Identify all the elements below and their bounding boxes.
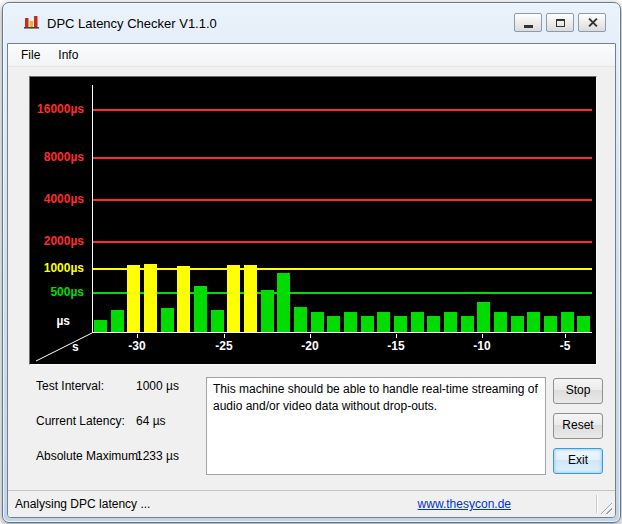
latency-bar bbox=[311, 312, 324, 332]
x-tick-mark bbox=[137, 334, 138, 338]
y-axis-label: 2000µs bbox=[30, 234, 84, 248]
latency-bar bbox=[444, 312, 457, 332]
gridline bbox=[93, 157, 592, 159]
x-tick-mark bbox=[310, 334, 311, 338]
menu-item-file[interactable]: File bbox=[12, 45, 49, 65]
statusbar: Analysing DPC latency ... www.thesycon.d… bbox=[8, 490, 615, 517]
reset-button[interactable]: Reset bbox=[553, 413, 603, 439]
latency-bar bbox=[394, 316, 407, 332]
x-tick-mark bbox=[224, 334, 225, 338]
latency-bar bbox=[177, 266, 190, 332]
x-tick-label: -10 bbox=[466, 339, 498, 353]
minimize-button[interactable] bbox=[514, 13, 542, 32]
latency-bar bbox=[377, 312, 390, 332]
window-title: DPC Latency Checker V1.1.0 bbox=[47, 16, 217, 31]
maximize-button[interactable] bbox=[546, 13, 574, 32]
app-window: DPC Latency Checker V1.1.0 File Info 160… bbox=[2, 2, 621, 523]
latency-bar bbox=[94, 320, 107, 332]
latency-bars-icon bbox=[23, 14, 41, 30]
x-tick-mark bbox=[396, 334, 397, 338]
latency-bar bbox=[361, 316, 374, 333]
screen: DPC Latency Checker V1.1.0 File Info 160… bbox=[0, 0, 622, 524]
absolute-maximum-label: Absolute Maximum: bbox=[36, 449, 141, 463]
latency-bar bbox=[461, 316, 474, 332]
latency-bar bbox=[194, 286, 207, 333]
latency-bar bbox=[111, 310, 124, 332]
latency-bar bbox=[344, 312, 357, 332]
latency-bar bbox=[244, 265, 257, 332]
latency-bar bbox=[211, 310, 224, 332]
latency-bar bbox=[561, 312, 574, 332]
latency-bar bbox=[261, 290, 274, 332]
result-message-box[interactable]: This machine should be able to handle re… bbox=[206, 377, 546, 475]
latency-bar bbox=[494, 312, 507, 332]
client-area: File Info 16000µs8000µs4000µs2000µs1000µ… bbox=[7, 43, 616, 518]
latency-bar bbox=[144, 264, 157, 332]
chart-panel: 16000µs8000µs4000µs2000µs1000µs500µs-30-… bbox=[29, 76, 597, 365]
maximize-icon bbox=[556, 19, 565, 27]
resize-grip-icon[interactable] bbox=[599, 501, 612, 514]
latency-bar bbox=[544, 316, 557, 332]
caption-buttons bbox=[514, 13, 606, 32]
statusbar-separator bbox=[596, 495, 597, 513]
test-interval-value: 1000 µs bbox=[136, 379, 179, 393]
latency-bar bbox=[327, 316, 340, 332]
gridline bbox=[93, 241, 592, 243]
x-tick-label: -25 bbox=[208, 339, 240, 353]
current-latency-label: Current Latency: bbox=[36, 414, 125, 428]
x-tick-label: -5 bbox=[549, 339, 581, 353]
close-button[interactable] bbox=[578, 13, 606, 32]
test-interval-label: Test Interval: bbox=[36, 379, 104, 393]
stop-button[interactable]: Stop bbox=[553, 378, 603, 404]
x-axis-line bbox=[92, 332, 592, 333]
exit-button[interactable]: Exit bbox=[553, 448, 603, 474]
absolute-maximum-value: 1233 µs bbox=[136, 449, 179, 463]
gridline bbox=[93, 109, 592, 111]
latency-bar bbox=[127, 265, 140, 332]
latency-bar bbox=[527, 312, 540, 332]
menu-item-info[interactable]: Info bbox=[49, 45, 87, 65]
gridline bbox=[93, 268, 592, 270]
y-unit-label: µs bbox=[30, 314, 70, 328]
latency-bar bbox=[277, 273, 290, 332]
gridline bbox=[93, 292, 592, 294]
app-icon bbox=[23, 14, 41, 30]
y-axis-label: 500µs bbox=[30, 285, 84, 299]
y-axis-label: 8000µs bbox=[30, 150, 84, 164]
latency-bar bbox=[161, 308, 174, 332]
latency-bar bbox=[294, 307, 307, 332]
latency-bar bbox=[577, 316, 590, 333]
latency-bar bbox=[477, 302, 490, 332]
gridline bbox=[93, 199, 592, 201]
titlebar[interactable]: DPC Latency Checker V1.1.0 bbox=[3, 3, 620, 43]
latency-bar bbox=[227, 265, 240, 332]
latency-bar bbox=[411, 312, 424, 332]
status-text: Analysing DPC latency ... bbox=[15, 497, 150, 511]
x-unit-label: s bbox=[72, 340, 79, 354]
x-tick-label: -30 bbox=[121, 339, 153, 353]
latency-bar bbox=[427, 316, 440, 333]
latency-bar bbox=[511, 316, 524, 333]
y-axis-line bbox=[92, 85, 93, 332]
y-axis-label: 4000µs bbox=[30, 192, 84, 206]
thesycon-link[interactable]: www.thesycon.de bbox=[418, 497, 511, 511]
close-icon bbox=[587, 17, 598, 28]
y-axis-label: 16000µs bbox=[30, 102, 84, 116]
y-axis-label: 1000µs bbox=[30, 261, 84, 275]
x-tick-mark bbox=[565, 334, 566, 338]
menubar: File Info bbox=[8, 44, 615, 67]
current-latency-value: 64 µs bbox=[136, 414, 166, 428]
minimize-icon bbox=[524, 25, 533, 28]
x-tick-label: -15 bbox=[380, 339, 412, 353]
x-tick-label: -20 bbox=[294, 339, 326, 353]
x-tick-mark bbox=[482, 334, 483, 338]
